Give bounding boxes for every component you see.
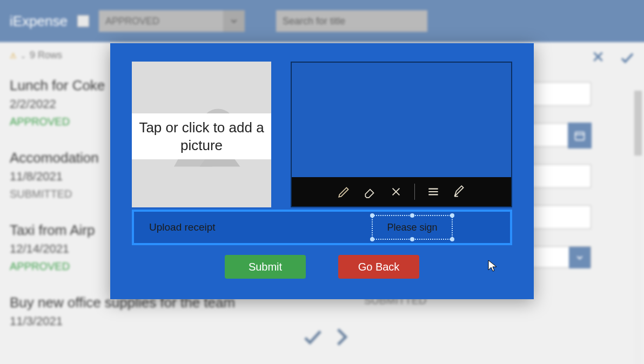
scrollbar-thumb[interactable] — [634, 91, 642, 156]
lines-icon[interactable] — [426, 184, 441, 199]
calendar-icon[interactable] — [568, 123, 592, 149]
edit-icon[interactable] — [452, 184, 467, 199]
scrollbar[interactable] — [634, 91, 642, 364]
pen-icon[interactable] — [337, 184, 352, 199]
add-picture-box[interactable]: Tap or click to add a picture — [132, 62, 271, 207]
filter-select[interactable]: APPROVED — [99, 10, 245, 32]
chevron-right-icon[interactable] — [330, 326, 352, 353]
search-input[interactable] — [276, 10, 427, 32]
chevron-down-icon — [569, 247, 591, 268]
modal-label-bar: Upload receipt Please sign — [132, 210, 512, 245]
upload-sign-modal: Tap or click to add a picture — [110, 43, 534, 299]
clear-icon[interactable] — [388, 184, 404, 199]
row-date: 11/3/2021 — [10, 314, 341, 328]
warning-icon: ⚠ — [10, 51, 17, 60]
row-action-icons — [301, 326, 352, 353]
check-icon[interactable] — [619, 50, 635, 70]
eraser-icon[interactable] — [363, 184, 378, 199]
close-icon[interactable] — [591, 50, 605, 70]
toolbar-separator — [414, 184, 415, 200]
signature-pad[interactable] — [291, 62, 512, 207]
upload-receipt-label: Upload receipt — [149, 221, 216, 233]
please-sign-label: Please sign — [387, 222, 437, 233]
rows-count-label: 9 Rows — [30, 50, 62, 61]
check-icon[interactable] — [301, 326, 324, 353]
filter-checkbox[interactable] — [77, 15, 89, 27]
add-picture-label: Tap or click to add a picture — [139, 119, 264, 153]
chevron-down-icon: ⌄ — [20, 51, 26, 60]
top-bar: iExpense APPROVED — [0, 0, 644, 42]
svg-rect-0 — [575, 132, 585, 140]
please-sign-label-selected[interactable]: Please sign — [372, 215, 453, 240]
app-title: iExpense — [10, 13, 68, 30]
signature-toolbar — [292, 177, 511, 206]
submit-button[interactable]: Submit — [225, 255, 306, 279]
chevron-down-icon — [223, 10, 245, 32]
filter-selected-label: APPROVED — [105, 16, 159, 27]
go-back-button[interactable]: Go Back — [338, 255, 419, 279]
